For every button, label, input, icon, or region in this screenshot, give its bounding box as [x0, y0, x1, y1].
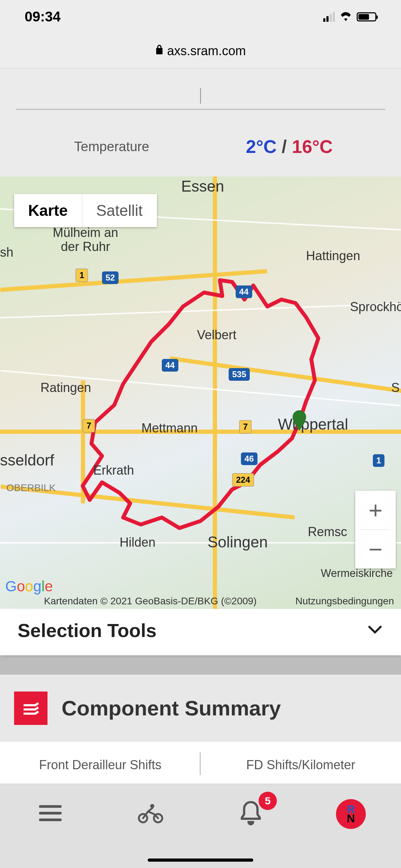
road-shield-535: 535: [229, 368, 250, 381]
nav-ride-button[interactable]: [100, 784, 200, 844]
avatar-letter-n: N: [347, 814, 355, 823]
city-label-hattingen: Hattingen: [306, 249, 360, 263]
road-shield-46: 46: [241, 452, 257, 465]
road-shield-7b: 7: [239, 420, 252, 433]
map-type-control: Karte Satellit: [14, 194, 157, 227]
zoom-control: + −: [355, 491, 396, 568]
map-container[interactable]: Essen Mülheim ander Ruhr Hattingen Velbe…: [0, 176, 401, 609]
city-label-solingen: Solingen: [208, 533, 268, 551]
nav-profile-button[interactable]: R N: [301, 784, 401, 844]
temperature-separator: /: [276, 136, 292, 157]
road-shield-1b: 1: [373, 454, 384, 467]
temperature-min: 2°C: [246, 136, 276, 157]
city-label-wermelskirche: Wermeiskirche: [321, 567, 393, 580]
route-start-marker: [292, 410, 307, 431]
city-label-mettmann: Mettmann: [141, 421, 198, 436]
component-summary-header: Component Summary: [0, 675, 401, 742]
map-attribution: Kartendaten © 2021 GeoBasis-DE/BKG (©200…: [0, 593, 401, 609]
zoom-out-button[interactable]: −: [355, 530, 396, 568]
city-label-hilden: Hilden: [120, 535, 155, 550]
city-label-s: S: [391, 380, 400, 395]
road-shield-44b: 44: [162, 359, 178, 372]
status-icons: [323, 11, 376, 22]
bottom-nav: 5 R N: [0, 784, 401, 868]
city-label-muelheim: Mülheim ander Ruhr: [53, 226, 118, 254]
map-terms-link[interactable]: Nutzungsbedingungen: [295, 596, 394, 607]
selection-tools-row[interactable]: Selection Tools: [0, 609, 401, 655]
area-label-oberbilk: OBERBILK: [6, 482, 56, 494]
browser-url-bar[interactable]: axs.sram.com: [0, 33, 401, 69]
city-label-essen: Essen: [181, 178, 224, 195]
road-shield-1a: 1: [76, 269, 88, 282]
home-indicator[interactable]: [148, 859, 253, 862]
browser-url-text: axs.sram.com: [167, 44, 246, 58]
sram-logo-icon: [14, 692, 47, 725]
road-shield-52: 52: [102, 271, 119, 284]
cyclist-icon: [137, 800, 164, 828]
city-label-sh: sh: [0, 245, 13, 260]
section-gap: [0, 655, 401, 675]
city-label-velbert: Velbert: [197, 328, 236, 342]
map-type-satellite-button[interactable]: Satellit: [82, 194, 157, 227]
status-bar: 09:34: [0, 0, 401, 33]
road-shield-44a: 44: [236, 285, 252, 298]
notification-badge: 5: [259, 792, 277, 810]
city-label-ratingen: Ratingen: [40, 380, 91, 395]
city-label-wuppertal: Wuppertal: [278, 416, 348, 433]
temperature-values: 2°C / 16°C: [200, 136, 378, 157]
hamburger-icon: [37, 800, 64, 828]
city-label-erkrath: Erkrath: [93, 463, 134, 478]
map-type-map-button[interactable]: Karte: [14, 194, 82, 227]
temperature-label: Temperature: [23, 139, 200, 154]
temperature-max: 16°C: [292, 136, 333, 157]
status-time: 09:34: [25, 9, 61, 25]
nav-notifications-button[interactable]: 5: [200, 784, 301, 844]
battery-icon: [357, 12, 376, 21]
map-attribution-text: Kartendaten © 2021 GeoBasis-DE/BKG (©200…: [44, 596, 295, 607]
component-summary-title: Component Summary: [62, 696, 281, 720]
city-label-remsc: Remsc: [308, 525, 347, 539]
wifi-icon: [339, 11, 352, 22]
road-shield-224: 224: [232, 473, 254, 487]
city-label-sprockhoe: Sprockhö: [350, 300, 401, 314]
section-divider-horizontal: [16, 109, 385, 110]
chevron-down-icon: [367, 621, 383, 639]
google-logo: Google: [5, 578, 53, 595]
temperature-section: Temperature 2°C / 16°C: [0, 69, 401, 176]
lock-icon: [155, 44, 164, 57]
section-divider-vertical: [16, 88, 385, 109]
road-shield-7a: 7: [83, 419, 95, 432]
signal-icon: [323, 12, 335, 22]
city-label-dusseldorf: sseldorf: [0, 451, 54, 469]
zoom-in-button[interactable]: +: [355, 491, 396, 529]
nav-menu-button[interactable]: [0, 784, 100, 844]
avatar: R N: [336, 799, 366, 829]
selection-tools-label: Selection Tools: [18, 619, 157, 641]
